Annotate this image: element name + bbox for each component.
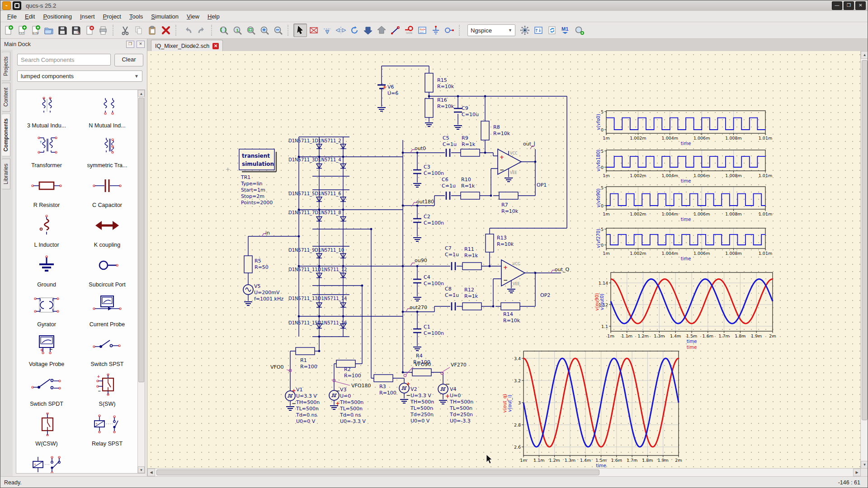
update-data-display-button[interactable] — [545, 23, 559, 37]
schematic-label[interactable]: out_Q — [555, 267, 570, 272]
schematic-label[interactable]: R9 — [462, 135, 468, 141]
schematic-label[interactable]: R=10k — [493, 131, 510, 136]
schematic-label[interactable]: VEE — [510, 171, 517, 175]
schematic-label[interactable]: out_I — [523, 141, 535, 147]
schematic-label[interactable]: C=100n — [424, 281, 444, 286]
schematic-label[interactable]: + — [335, 400, 340, 407]
resistor-symbol[interactable] — [425, 73, 433, 92]
sidebar-tab-content[interactable]: Content — [2, 83, 10, 112]
plot-out_iq[interactable]: 1m1.1m1.2m1.3m1.4m1.5m1.6m1.7m1.8m1.9m2m… — [502, 351, 682, 468]
schematic-label[interactable]: R=100 — [344, 373, 361, 379]
schematic-label[interactable]: VEE — [513, 282, 520, 286]
schematic-label[interactable]: D1N5711_9D1N5711_10 — [288, 248, 344, 253]
schematic-label[interactable]: VCC — [513, 262, 520, 266]
schematic-label[interactable]: R=10k — [497, 241, 514, 247]
component-item-vprobe[interactable]: +−Voltage Probe — [16, 329, 77, 369]
simulate-button[interactable] — [518, 23, 532, 37]
scrollbar-thumb[interactable] — [156, 469, 599, 475]
dock-float-button[interactable]: ❐ — [126, 41, 134, 48]
schematic-label[interactable]: R11 — [464, 246, 474, 252]
component-item-ssw[interactable]: +−S(SW) — [77, 369, 137, 409]
schematic-label[interactable]: − — [292, 400, 296, 407]
schematic-label[interactable]: C2 — [424, 214, 430, 220]
schematic-label[interactable]: D1N5711_1D1N5711_2 — [288, 138, 341, 144]
schematic-label[interactable]: out0 — [415, 145, 426, 151]
ground-symbol[interactable] — [439, 400, 447, 404]
schematic-label[interactable]: VFO0 — [270, 364, 284, 370]
schematic-label[interactable]: TR1 — [241, 174, 250, 180]
search-input[interactable] — [17, 54, 111, 66]
schematic-label[interactable]: + — [503, 264, 508, 271]
capacitor-symbol[interactable] — [454, 108, 462, 112]
schematic-label[interactable]: D1N5711_15D1N5711_16 — [288, 320, 347, 326]
schematic-label[interactable]: D1N5711_7D1N5711_8 — [288, 210, 341, 216]
ground-symbol[interactable] — [400, 399, 408, 403]
schematic-label[interactable]: C=100n — [424, 330, 444, 336]
schematic-label[interactable]: C=100n — [424, 220, 444, 226]
schematic-label[interactable]: R16 — [437, 97, 447, 103]
simulation-profile-button[interactable] — [532, 23, 545, 37]
schematic-label[interactable]: R=100 — [300, 364, 317, 370]
schematic-label[interactable]: TL=500n — [340, 406, 363, 412]
schematic-label[interactable]: U0=0 V — [410, 418, 430, 424]
schematic-canvas[interactable]: transientsimulationTR1Type=linStart=1mSt… — [147, 51, 861, 469]
go-down-hierarchy-button[interactable] — [361, 23, 375, 37]
menu-positioning[interactable]: Positioning — [39, 12, 76, 21]
undo-button[interactable] — [181, 23, 195, 37]
schematic-label[interactable]: V1 — [296, 387, 303, 393]
ground-symbol[interactable] — [507, 289, 515, 293]
open-file-button[interactable] — [42, 23, 56, 37]
plot-vfo180[interactable]: 1m1.002m1.004m1.006m1.008m1.01m50v(vfo18… — [596, 149, 772, 184]
schematic-label[interactable]: C4 — [424, 274, 430, 280]
title-bar[interactable]: ⌁ qucs-s 25.2 — ❐ ✕ — [0, 0, 868, 11]
schematic-label[interactable]: C=1u — [445, 292, 459, 298]
select-pointer-button[interactable] — [293, 23, 307, 37]
resistor-symbol[interactable] — [296, 347, 315, 355]
schematic-label[interactable]: TH=500n — [296, 399, 320, 405]
resistor-symbol[interactable] — [481, 121, 489, 140]
scrollbar-thumb[interactable] — [862, 60, 868, 420]
schematic-label[interactable]: − — [335, 388, 340, 394]
new-symbol-button[interactable]: SYM — [28, 23, 42, 37]
schematic-label[interactable]: R14 — [503, 311, 513, 317]
ground-symbol[interactable] — [413, 183, 421, 187]
schematic-label[interactable]: R5 — [255, 258, 261, 264]
rotate-component-button[interactable] — [348, 23, 361, 37]
schematic-label[interactable]: R=1k — [464, 293, 478, 299]
schematic-label[interactable]: R7 — [501, 202, 508, 208]
menu-help[interactable]: Help — [203, 12, 224, 21]
component-item-capacitor[interactable]: C Capacitor — [77, 170, 137, 210]
component-item-spdt[interactable]: Swtich SPDT — [16, 369, 77, 409]
schematic-label[interactable]: VFO90 — [415, 361, 431, 367]
component-item-symtrafo[interactable]: symmetric Tra... — [77, 131, 137, 170]
schematic-label[interactable]: C9 — [462, 105, 468, 111]
schematic-label[interactable]: U0=-3.3 — [450, 418, 471, 424]
mirror-x-axis-button[interactable] — [321, 23, 334, 37]
schematic-label[interactable]: R15 — [437, 77, 447, 83]
ground-symbol[interactable] — [377, 108, 386, 111]
tab-schematic[interactable]: IQ_Mixer_Diode2.sch ✕ — [151, 40, 223, 52]
schematic-label[interactable]: U=0 — [340, 393, 351, 399]
clear-button[interactable]: Clear — [114, 54, 143, 66]
resistor-symbol[interactable] — [461, 149, 480, 156]
schematic-label[interactable]: U=3.3 V — [296, 393, 317, 399]
schematic-label[interactable]: VF270 — [451, 362, 467, 368]
capacitor-symbol[interactable] — [413, 329, 421, 333]
menu-tools[interactable]: Tools — [125, 12, 147, 21]
schematic-label[interactable]: Start=1m — [241, 187, 265, 193]
schematic-label[interactable]: R=10k — [503, 318, 520, 324]
component-item-relayspdt[interactable]: +Relay SPDT — [16, 449, 77, 474]
scroll-up-icon[interactable]: ▲ — [138, 90, 145, 97]
schematic-label[interactable]: C5 — [443, 135, 449, 141]
schematic-label[interactable]: U0=-3.3 V — [340, 418, 366, 424]
ground-symbol[interactable] — [413, 347, 421, 351]
schematic-label[interactable]: Points=2000 — [241, 200, 273, 206]
new-text-document-button[interactable]: TXT — [15, 23, 28, 37]
plot-iq_filtered[interactable]: 1m1.1m1.2m1.3m1.4m1.5m1.6m1.7m1.8m1.9m2m… — [594, 272, 776, 350]
insert-ground-button[interactable] — [429, 23, 443, 37]
resistor-symbol[interactable] — [499, 192, 518, 199]
schematic-label[interactable]: R2 — [344, 366, 351, 372]
schematic-label[interactable]: TH=500n — [410, 399, 434, 405]
schematic-label[interactable]: U0=0 V — [296, 418, 316, 424]
insert-port-button[interactable] — [443, 23, 456, 37]
